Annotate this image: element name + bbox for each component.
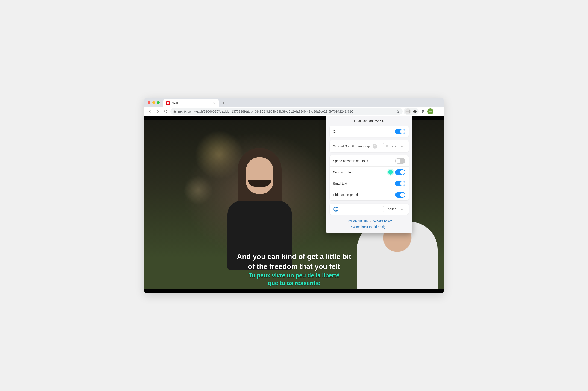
- tab-favicon: N: [166, 101, 170, 105]
- browser-window: N Netflix × + netflix.com/watch/81046035…: [144, 98, 444, 293]
- bookmark-star-icon[interactable]: [396, 110, 400, 113]
- custom-colors-toggle[interactable]: [395, 170, 405, 175]
- custom-colors-label: Custom colors: [333, 170, 388, 174]
- page-viewport: And you can kind of get a little bit of …: [144, 116, 444, 293]
- popup-title: Dual Captions v2.6.0: [327, 116, 412, 126]
- url-text: netflix.com/watch/81046035?trackId=13752…: [178, 110, 394, 113]
- hide-panel-toggle[interactable]: [395, 192, 405, 197]
- popup-footer-links: Star on GitHub • What's new? Switch back…: [327, 218, 412, 230]
- back-button[interactable]: [147, 108, 153, 115]
- space-label: Space between captions: [333, 159, 395, 163]
- second-language-card: Second Subtitle Language ? French: [330, 140, 409, 152]
- extension-popup: Dual Captions v2.6.0 On Second Subtitle …: [327, 116, 412, 233]
- ui-language-select[interactable]: English: [383, 206, 405, 212]
- star-github-link[interactable]: Star on GitHub: [346, 219, 368, 223]
- svg-rect-4: [408, 111, 409, 111]
- extensions-puzzle-icon[interactable]: [412, 108, 418, 114]
- address-bar[interactable]: netflix.com/watch/81046035?trackId=13752…: [170, 108, 403, 115]
- on-toggle[interactable]: [395, 129, 405, 134]
- svg-rect-0: [406, 110, 410, 113]
- hide-panel-label: Hide action panel: [333, 193, 395, 197]
- second-language-select[interactable]: French: [383, 143, 405, 149]
- options-card: Space between captions Custom colors Sma…: [330, 155, 409, 200]
- toolbar: netflix.com/watch/81046035?trackId=13752…: [144, 107, 444, 116]
- lock-icon: [173, 110, 176, 113]
- svg-point-5: [438, 110, 439, 111]
- window-minimize-button[interactable]: [152, 101, 155, 104]
- globe-icon: [333, 206, 339, 212]
- new-tab-button[interactable]: +: [221, 100, 227, 106]
- window-close-button[interactable]: [148, 101, 150, 104]
- small-text-label: Small text: [333, 182, 395, 185]
- on-card: On: [330, 126, 409, 137]
- primary-caption-line1: And you can kind of get a little bit: [144, 252, 444, 261]
- svg-rect-3: [406, 111, 408, 111]
- svg-rect-1: [406, 111, 408, 112]
- small-text-toggle[interactable]: [395, 181, 405, 186]
- whats-new-link[interactable]: What's new?: [373, 219, 392, 223]
- reload-button[interactable]: [162, 108, 169, 115]
- space-toggle[interactable]: [395, 158, 405, 164]
- svg-rect-2: [408, 111, 409, 112]
- browser-tab[interactable]: N Netflix ×: [163, 99, 219, 107]
- svg-point-7: [438, 112, 439, 113]
- second-language-label: Second Subtitle Language ?: [333, 144, 383, 149]
- window-controls: [148, 101, 160, 104]
- dual-captions-extension-button[interactable]: [405, 108, 411, 114]
- forward-button[interactable]: [155, 108, 161, 115]
- help-icon[interactable]: ?: [372, 144, 377, 149]
- primary-caption-line2: of the freedom that you felt: [144, 262, 444, 271]
- tab-strip: N Netflix × +: [144, 98, 444, 107]
- captions-overlay: And you can kind of get a little bit of …: [144, 252, 444, 287]
- window-maximize-button[interactable]: [157, 101, 160, 104]
- secondary-caption-line1: Tu peux vivre un peu de la liberté: [144, 272, 444, 279]
- browser-menu-button[interactable]: [435, 108, 441, 115]
- ui-language-card: English: [330, 203, 409, 215]
- svg-point-6: [438, 111, 439, 112]
- switch-back-link[interactable]: Switch back to old design: [351, 225, 387, 229]
- video-person-illustration: [225, 148, 294, 268]
- secondary-caption-line2: que tu as ressentie: [144, 279, 444, 287]
- on-label: On: [333, 130, 395, 133]
- color-swatch[interactable]: [388, 170, 393, 175]
- tab-close-button[interactable]: ×: [212, 101, 216, 105]
- reading-list-icon[interactable]: [420, 108, 426, 114]
- separator-dot: •: [370, 219, 371, 223]
- profile-avatar[interactable]: m: [427, 108, 433, 114]
- tab-title: Netflix: [172, 101, 212, 105]
- extension-group: [404, 108, 419, 115]
